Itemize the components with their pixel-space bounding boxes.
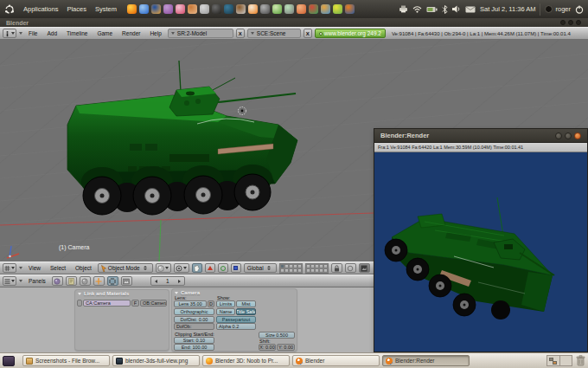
proportional-edit-button[interactable]: [345, 263, 356, 273]
pivot-dropdown[interactable]: [174, 263, 189, 273]
mail-icon[interactable]: [465, 6, 476, 13]
menu-places[interactable]: Places: [62, 0, 91, 18]
manipulator-scale-button[interactable]: [231, 263, 241, 273]
menu-panels[interactable]: Panels: [25, 278, 49, 284]
render-window-titlebar[interactable]: Blender:Render: [374, 129, 587, 143]
app-icon[interactable]: [151, 4, 161, 14]
wifi-icon[interactable]: [412, 5, 422, 13]
close-button[interactable]: [574, 132, 581, 139]
header-collapse-icon[interactable]: [19, 32, 22, 35]
decrement-icon[interactable]: [155, 280, 157, 283]
layer-cell[interactable]: [297, 268, 302, 273]
shift-x-field[interactable]: X: 0.00: [259, 344, 276, 351]
maximize-button[interactable]: [565, 132, 572, 139]
menu-file[interactable]: File: [25, 30, 41, 36]
menu-applications[interactable]: Applications: [19, 0, 62, 18]
orientation-dropdown[interactable]: Global: [244, 263, 277, 273]
ubuntu-logo-icon[interactable]: [0, 0, 19, 18]
minimize-button[interactable]: [555, 132, 562, 139]
lock-button[interactable]: [331, 263, 342, 273]
limits-toggle[interactable]: Limits: [216, 300, 235, 307]
render-window[interactable]: Blender:Render Fra:1 Ve:91084 Fa:64420 L…: [374, 128, 588, 352]
editor-type-button[interactable]: [3, 263, 16, 273]
app-icon[interactable]: [345, 4, 355, 14]
render-preview-button[interactable]: [359, 263, 370, 273]
apc-model[interactable]: [67, 61, 297, 215]
editor-type-button[interactable]: [3, 276, 16, 286]
header-collapse-icon[interactable]: [19, 280, 22, 282]
dof-object-field[interactable]: DofOb:: [174, 323, 214, 330]
app-icon[interactable]: [284, 4, 294, 14]
context-scene-button[interactable]: [121, 276, 132, 286]
manipulator-rotate-button[interactable]: [218, 263, 228, 273]
blender-version-button[interactable]: www.blender.org 249.2: [315, 29, 386, 38]
context-object-button[interactable]: [93, 276, 105, 286]
minimize-button[interactable]: [560, 20, 566, 25]
app-icon[interactable]: [127, 4, 137, 14]
context-editing-button[interactable]: [107, 276, 118, 286]
app-icon[interactable]: [260, 4, 270, 14]
app-icon[interactable]: [176, 4, 185, 14]
task-blender[interactable]: Blender: [292, 355, 380, 366]
menu-system[interactable]: System: [91, 0, 121, 18]
window-type-button[interactable]: [3, 29, 16, 38]
app-icon[interactable]: [297, 4, 306, 14]
menu-add[interactable]: Add: [43, 30, 61, 36]
orthographic-toggle[interactable]: Orthographic: [174, 308, 214, 315]
blender-window-titlebar[interactable]: Blender: [0, 18, 588, 27]
header-collapse-icon[interactable]: [19, 267, 22, 269]
show-desktop-button[interactable]: [3, 356, 15, 366]
app-icon[interactable]: [163, 4, 173, 14]
menu-object[interactable]: Object: [72, 265, 95, 271]
app-icon[interactable]: [200, 4, 209, 14]
app-icon[interactable]: [139, 4, 149, 14]
layer-cell[interactable]: [323, 268, 328, 273]
task-browser[interactable]: Blender 3D: Noob to Pr...: [202, 355, 290, 366]
context-script-button[interactable]: [66, 276, 77, 286]
power-icon[interactable]: [575, 5, 584, 14]
menu-game[interactable]: Game: [93, 30, 116, 36]
menu-render[interactable]: Render: [118, 30, 144, 36]
app-icon[interactable]: [212, 4, 221, 14]
frame-number-stepper[interactable]: 1: [150, 276, 185, 286]
workspace-1[interactable]: [547, 356, 560, 365]
app-icon[interactable]: [272, 4, 282, 14]
battery-icon[interactable]: [426, 6, 438, 13]
mist-toggle[interactable]: Mist: [236, 300, 256, 307]
volume-icon[interactable]: [452, 5, 461, 13]
menu-select[interactable]: Select: [47, 265, 69, 271]
clock[interactable]: Sat Jul 2, 11:36 AM: [480, 5, 535, 13]
workspace-2[interactable]: [560, 356, 572, 365]
dof-distance-slider[interactable]: DofDist: 0.00: [174, 316, 214, 323]
passepartout-toggle[interactable]: Passepartout: [216, 316, 256, 323]
fake-user-button[interactable]: F: [131, 300, 139, 307]
maximize-button[interactable]: [568, 20, 573, 25]
panel-header[interactable]: Link and Materials: [74, 289, 169, 298]
scene-close-button[interactable]: X: [304, 29, 312, 38]
name-toggle[interactable]: Name: [216, 308, 235, 315]
alpha-slider[interactable]: Alpha 0.2: [216, 323, 256, 330]
screen-selector[interactable]: SR:2-Model: [168, 29, 233, 38]
printer-icon[interactable]: [399, 5, 408, 13]
increment-icon[interactable]: [178, 280, 181, 283]
close-button[interactable]: [576, 20, 581, 25]
task-screenshots[interactable]: Screenshots - File Brow...: [22, 355, 110, 366]
menu-view[interactable]: View: [25, 265, 44, 271]
size-slider[interactable]: Size 0.500: [259, 332, 295, 339]
draw-type-dropdown[interactable]: [156, 263, 171, 273]
clip-end-slider[interactable]: End: 100.00: [174, 344, 214, 351]
app-icon[interactable]: [309, 4, 318, 14]
camera-data-field[interactable]: CA:Camera: [83, 300, 131, 307]
manipulator-hand-button[interactable]: [192, 263, 202, 273]
menu-timeline[interactable]: Timeline: [63, 30, 91, 36]
task-blender-render[interactable]: Blender:Render: [382, 355, 470, 366]
render-result-canvas[interactable]: [374, 152, 587, 352]
user-menu[interactable]: roger: [545, 5, 571, 13]
lens-slider[interactable]: Lens 35.00: [174, 300, 207, 307]
title-safe-toggle[interactable]: Title Safe: [236, 308, 256, 315]
trash-icon[interactable]: [576, 355, 585, 366]
workspace-switcher[interactable]: [546, 355, 572, 366]
mode-dropdown[interactable]: Object Mode: [98, 263, 153, 273]
manipulator-translate-button[interactable]: [205, 263, 215, 273]
app-icon[interactable]: [224, 4, 233, 14]
